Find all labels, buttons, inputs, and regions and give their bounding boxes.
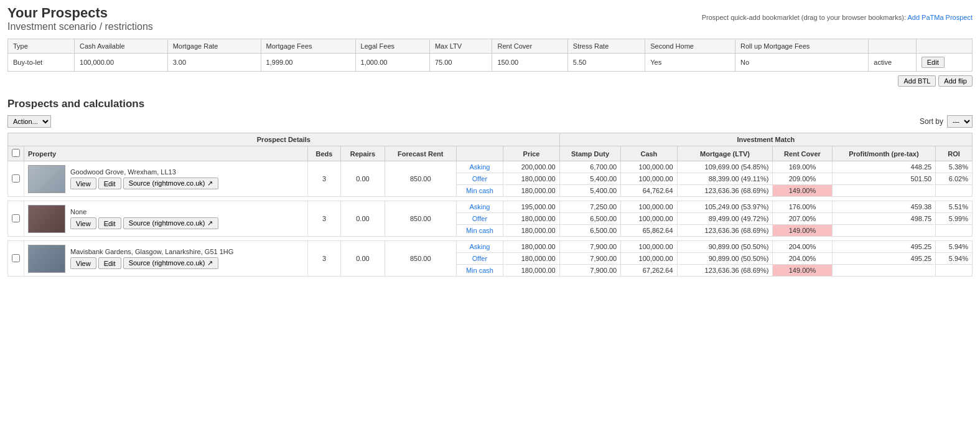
stamp-duty-cell: 7,900.00 — [559, 241, 620, 253]
roi-cell — [936, 225, 973, 237]
mortgage-ltv-cell: 123,636.36 (68.69%) — [677, 225, 773, 237]
select-all-checkbox[interactable] — [12, 149, 20, 157]
col-price-type — [456, 146, 503, 161]
price-type-link[interactable]: Offer — [472, 175, 487, 183]
col-legal-fees: Legal Fees — [355, 39, 429, 54]
property-image — [28, 165, 65, 193]
scenario-cash: 100,000.00 — [75, 54, 168, 72]
rent-cover-cell: 176.00% — [773, 201, 832, 213]
add-btl-button[interactable]: Add BTL — [898, 75, 936, 87]
price-cell: 180,000.00 — [503, 241, 559, 253]
bookmarklet-link[interactable]: Add PaTMa Prospect — [907, 14, 973, 21]
price-type-link[interactable]: Asking — [469, 203, 490, 211]
row-checkbox[interactable] — [12, 254, 20, 262]
price-type-link[interactable]: Asking — [469, 243, 490, 250]
edit-button[interactable]: Edit — [98, 257, 121, 269]
action-select[interactable]: Action... — [7, 115, 51, 128]
price-type-cell: Offer — [456, 253, 503, 265]
profit-month-cell — [832, 265, 936, 277]
price-type-cell: Asking — [456, 201, 503, 213]
view-button[interactable]: View — [70, 178, 96, 189]
property-name: Goodwood Grove, Wrexham, LL13 — [70, 168, 218, 176]
price-type-link[interactable]: Min cash — [466, 267, 493, 274]
price-type-link[interactable]: Asking — [469, 163, 490, 171]
cash-cell: 64,762.64 — [621, 185, 677, 197]
property-details: None ViewEditSource (rightmove.co.uk) ↗ — [70, 208, 218, 229]
col-second-home: Second Home — [645, 39, 735, 54]
cash-cell: 67,262.64 — [621, 265, 677, 277]
stamp-duty-cell: 6,500.00 — [559, 225, 620, 237]
sort-select[interactable]: --- — [947, 115, 973, 128]
repairs-cell: 0.00 — [341, 201, 385, 237]
rent-cover-cell: 209.00% — [773, 173, 832, 185]
row-checkbox-cell — [8, 201, 24, 237]
price-type-cell: Min cash — [456, 265, 503, 277]
page-title: Your Prospects — [7, 5, 153, 21]
edit-button[interactable]: Edit — [98, 178, 121, 189]
edit-button[interactable]: Edit — [98, 217, 121, 229]
profit-month-cell — [832, 225, 936, 237]
source-button[interactable]: Source (rightmove.co.uk) ↗ — [123, 217, 218, 229]
rent-cover-cell: 204.00% — [773, 241, 832, 253]
bookmarklet-label: Prospect quick-add bookmarklet (drag to … — [702, 14, 906, 21]
controls-row: Action... Sort by --- — [7, 115, 973, 128]
price-type-link[interactable]: Min cash — [466, 227, 493, 234]
price-type-link[interactable]: Offer — [472, 255, 487, 262]
price-type-link[interactable]: Min cash — [466, 187, 493, 194]
title-block: Your Prospects Investment scenario / res… — [7, 5, 153, 35]
price-cell: 200,000.00 — [503, 161, 559, 173]
source-button[interactable]: Source (rightmove.co.uk) ↗ — [123, 178, 218, 189]
mortgage-ltv-cell: 123,636.36 (68.69%) — [677, 265, 773, 277]
col-mortgage-fees: Mortgage Fees — [261, 39, 355, 54]
row-checkbox[interactable] — [12, 214, 20, 222]
price-type-link[interactable]: Offer — [472, 215, 487, 222]
mortgage-ltv-cell: 90,899.00 (50.50%) — [677, 241, 773, 253]
profit-month-cell: 495.25 — [832, 253, 936, 265]
col-cash-available: Cash Available — [75, 39, 168, 54]
property-details: Goodwood Grove, Wrexham, LL13 ViewEditSo… — [70, 168, 218, 189]
property-actions: ViewEditSource (rightmove.co.uk) ↗ — [70, 257, 233, 269]
property-info: Goodwood Grove, Wrexham, LL13 ViewEditSo… — [28, 165, 304, 193]
view-button[interactable]: View — [70, 257, 96, 269]
scenario-second-home: Yes — [645, 54, 735, 72]
property-image — [28, 245, 65, 273]
prospect-row: None ViewEditSource (rightmove.co.uk) ↗ … — [8, 201, 973, 213]
forecast-rent-cell: 850.00 — [385, 241, 456, 277]
stamp-duty-cell: 5,400.00 — [559, 185, 620, 197]
add-flip-button[interactable]: Add flip — [938, 75, 973, 87]
source-button[interactable]: Source (rightmove.co.uk) ↗ — [123, 257, 218, 269]
scenario-edit-cell: Edit — [916, 54, 972, 72]
col-cash: Cash — [621, 146, 677, 161]
col-rent-cover: Rent Cover — [773, 146, 832, 161]
stamp-duty-cell: 6,700.00 — [559, 161, 620, 173]
row-checkbox-cell — [8, 161, 24, 197]
view-button[interactable]: View — [70, 217, 96, 229]
prospects-table: Prospect Details Investment Match Proper… — [7, 133, 973, 277]
cash-cell: 100,000.00 — [621, 201, 677, 213]
row-checkbox-cell — [8, 241, 24, 277]
scenario-data-row: Buy-to-let 100,000.00 3.00 1,999.00 1,00… — [8, 54, 973, 72]
col-repairs: Repairs — [341, 146, 385, 161]
scenario-status: active — [869, 54, 916, 72]
row-checkbox[interactable] — [12, 174, 20, 183]
profit-month-cell: 448.25 — [832, 161, 936, 173]
mortgage-ltv-cell: 105,249.00 (53.97%) — [677, 201, 773, 213]
mortgage-ltv-cell: 89,499.00 (49.72%) — [677, 213, 773, 225]
property-details: Mavisbank Gardens, Glasgow, Lanarkshire,… — [70, 248, 233, 269]
property-info: None ViewEditSource (rightmove.co.uk) ↗ — [28, 205, 304, 233]
edit-button[interactable]: Edit — [922, 57, 945, 68]
mortgage-ltv-cell: 123,636.36 (68.69%) — [677, 185, 773, 197]
scenario-table: Type Cash Available Mortgage Rate Mortga… — [7, 39, 973, 72]
price-cell: 180,000.00 — [503, 265, 559, 277]
col-edit — [916, 39, 972, 54]
stamp-duty-cell: 6,500.00 — [559, 213, 620, 225]
roi-cell: 5.99% — [936, 213, 973, 225]
stamp-duty-cell: 7,900.00 — [559, 253, 620, 265]
col-profit-month: Profit/month (pre-tax) — [832, 146, 936, 161]
scenario-roll-up: No — [735, 54, 869, 72]
beds-cell: 3 — [308, 241, 341, 277]
price-cell: 180,000.00 — [503, 173, 559, 185]
property-actions: ViewEditSource (rightmove.co.uk) ↗ — [70, 217, 218, 229]
cash-cell: 65,862.64 — [621, 225, 677, 237]
cash-cell: 100,000.00 — [621, 253, 677, 265]
